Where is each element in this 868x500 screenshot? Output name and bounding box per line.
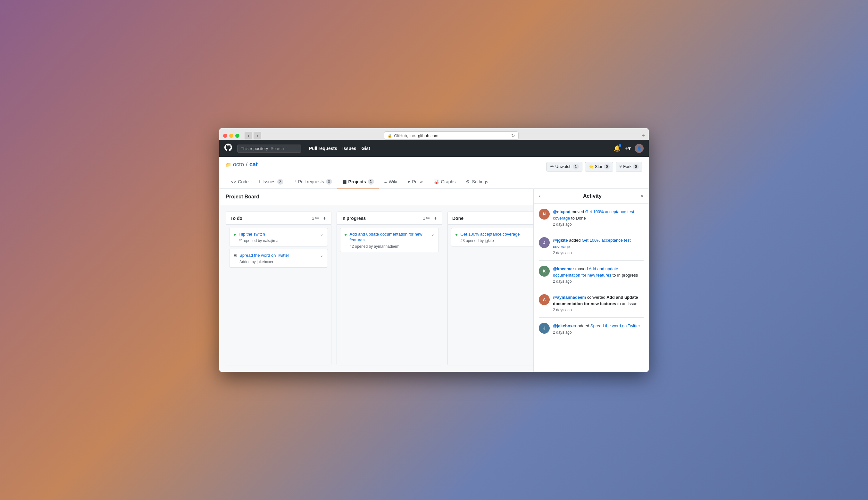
fork-label: Fork [623, 164, 631, 169]
card-acceptance: ● Get 100% acceptance coverage #3 opened… [451, 228, 533, 247]
user-avatar-jgkite: J [539, 237, 550, 248]
column-todo-count: 2 [312, 216, 314, 220]
tab-wiki[interactable]: ≡ Wiki [379, 175, 403, 189]
user-link[interactable]: @nixpad [553, 209, 571, 214]
activity-divider [539, 260, 644, 261]
repo-owner-link[interactable]: octo [233, 161, 244, 168]
address-bar-container: 🔒 GitHub, Inc. github.com ↻ [264, 132, 639, 140]
card-content: Add and update documentation for new fea… [350, 231, 428, 249]
forward-button[interactable]: › [253, 132, 261, 139]
card-title[interactable]: Add and update documentation for new fea… [350, 231, 428, 243]
card-expand-icon[interactable]: ⌄ [320, 252, 324, 258]
notifications-button[interactable]: 🔔 [614, 145, 620, 152]
user-link[interactable]: @jgkite [553, 238, 568, 243]
nav-links: Pull requests Issues Gist [309, 146, 370, 151]
card-title[interactable]: Flip the switch [239, 231, 317, 237]
activity-time: 2 days ago [553, 279, 644, 284]
main-area: Project Board To do 2 ✏ + [219, 189, 649, 372]
eye-icon: 👁 [550, 164, 554, 169]
minimize-button[interactable] [229, 134, 233, 138]
activity-time: 2 days ago [553, 222, 644, 227]
nav-right: 🔔 +▾ 👤 [614, 144, 644, 153]
card-meta: #1 opened by nakajima [239, 238, 317, 243]
browser-titlebar: ‹ › 🔒 GitHub, Inc. github.com ↻ + [223, 132, 645, 140]
tab-projects[interactable]: ▦ Projects 1 [337, 175, 379, 189]
fork-icon: ⑂ [619, 164, 622, 169]
card-documentation: ● Add and update documentation for new f… [340, 228, 439, 252]
card-expand-icon[interactable]: ⌄ [431, 231, 435, 237]
user-avatar-jakeboxer: J [539, 323, 550, 334]
user-link[interactable]: @aymannadeem [553, 295, 586, 300]
item-link[interactable]: Spread the word on Twitter [591, 323, 640, 328]
maximize-button[interactable] [235, 134, 239, 138]
column-todo-add-button[interactable]: + [322, 215, 327, 221]
tab-code[interactable]: <> Code [226, 175, 254, 189]
close-button[interactable] [223, 134, 227, 138]
card-meta: #2 opened by aymannadeem [350, 244, 428, 249]
pulse-icon: ♥ [408, 179, 410, 184]
tab-pulse[interactable]: ♥ Pulse [402, 175, 428, 189]
activity-body: @nixpad moved Get 100% acceptance test c… [553, 209, 644, 227]
watch-count: 1 [573, 164, 579, 170]
activity-body: @jgkite added Get 100% acceptance test c… [553, 237, 644, 255]
issues-icon: ℹ [259, 179, 261, 184]
issue-icon: ● [344, 232, 347, 237]
repo-name-link[interactable]: cat [249, 161, 258, 168]
issues-nav-link[interactable]: Issues [342, 146, 356, 151]
column-inprogress-title: In progress [341, 216, 421, 221]
activity-close-button[interactable]: × [640, 193, 644, 200]
search-wrapper[interactable]: This repository [237, 145, 301, 152]
collapse-button[interactable]: ‹ [539, 193, 540, 199]
star-icon: ⭐ [589, 164, 594, 169]
user-link[interactable]: @kneemer [553, 266, 574, 271]
card-expand-icon[interactable]: ⌄ [320, 231, 324, 237]
user-avatar[interactable]: 👤 [635, 144, 644, 153]
tab-issues[interactable]: ℹ Issues 3 [254, 175, 288, 189]
tab-settings[interactable]: ⚙ Settings [460, 175, 493, 189]
new-item-button[interactable]: +▾ [625, 145, 631, 152]
star-button[interactable]: ⭐ Star 0 [585, 162, 614, 171]
card-title[interactable]: Get 100% acceptance coverage [460, 231, 533, 237]
tab-pull-requests[interactable]: ⑂ Pull requests 0 [288, 175, 337, 189]
activity-item: N @nixpad moved Get 100% acceptance test… [539, 209, 644, 227]
activity-text: @aymannadeem converted Add and update do… [553, 294, 644, 307]
back-button[interactable]: ‹ [244, 132, 252, 139]
repo-header: 📁 octo / cat 👁 Unwatch 1 ⭐ Star 0 [219, 157, 649, 189]
card-title[interactable]: Spread the word on Twitter [239, 252, 317, 258]
activity-body: @jakeboxer added Spread the word on Twit… [553, 323, 644, 334]
user-avatar-kneemer: K [539, 266, 550, 276]
github-logo[interactable] [224, 144, 232, 153]
search-input[interactable] [271, 146, 296, 151]
issue-icon: ● [455, 232, 458, 237]
activity-divider [539, 289, 644, 289]
github-navbar: This repository Pull requests Issues Gis… [219, 140, 649, 157]
activity-text: @jgkite added Get 100% acceptance test c… [553, 237, 644, 250]
column-inprogress-edit-button[interactable]: ✏ [425, 215, 431, 221]
page-content: This repository Pull requests Issues Gis… [219, 140, 649, 372]
project-area: Project Board To do 2 ✏ + [219, 189, 533, 372]
user-avatar-nixpad: N [539, 209, 550, 219]
column-inprogress-actions: ✏ + [425, 215, 437, 221]
repo-header-row: 📁 octo / cat 👁 Unwatch 1 ⭐ Star 0 [226, 161, 642, 172]
reload-button[interactable]: ↻ [511, 133, 515, 138]
column-inprogress-add-button[interactable]: + [433, 215, 437, 221]
user-link[interactable]: @jakeboxer [553, 323, 576, 328]
board-container: To do 2 ✏ + ● Flip the switch [219, 205, 533, 372]
url-domain: github.com [418, 133, 438, 138]
fork-button[interactable]: ⑂ Fork 0 [616, 162, 642, 171]
activity-header: ‹ Activity × [534, 189, 649, 204]
card-twitter: ▣ Spread the word on Twitter Added by ja… [229, 249, 328, 268]
new-tab-button[interactable]: + [641, 132, 645, 139]
activity-divider [539, 232, 644, 232]
repo-tabs: <> Code ℹ Issues 3 ⑂ Pull requests 0 ▦ P… [226, 175, 642, 189]
company-name: GitHub, Inc. [394, 133, 416, 138]
repo-icon: 📁 [226, 162, 231, 167]
lock-icon: 🔒 [388, 134, 392, 138]
address-bar[interactable]: 🔒 GitHub, Inc. github.com ↻ [384, 132, 518, 140]
pull-requests-nav-link[interactable]: Pull requests [309, 146, 337, 151]
tab-graphs[interactable]: 📊 Graphs [429, 175, 461, 189]
column-todo-edit-button[interactable]: ✏ [315, 215, 320, 221]
watch-button[interactable]: 👁 Unwatch 1 [547, 162, 582, 171]
gist-nav-link[interactable]: Gist [362, 146, 370, 151]
column-todo: To do 2 ✏ + ● Flip the switch [226, 212, 331, 365]
